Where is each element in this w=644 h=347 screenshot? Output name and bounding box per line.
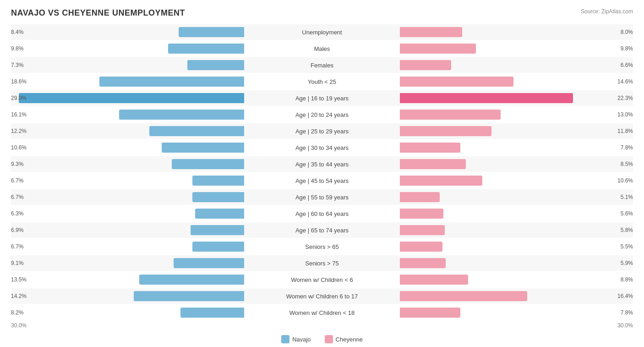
right-value-text: 13.0% [617,111,633,118]
left-value-text: 8.4% [11,29,23,35]
legend-navajo-label: Navajo [292,336,311,343]
chart-source: Source: ZipAtlas.com [581,8,633,15]
row-label: Seniors > 65 [244,243,400,250]
row-label: Seniors > 75 [244,260,400,267]
left-value-text: 29.0% [11,95,27,101]
row-label: Age | 20 to 24 years [244,111,400,118]
right-value-text: 8.8% [621,276,633,283]
bar-row: 16.1%Age | 20 to 24 years13.0% [11,107,633,122]
left-value-text: 13.5% [11,276,27,283]
left-value-text: 8.2% [11,309,23,316]
left-value-text: 6.7% [11,243,23,250]
right-value-text: 11.8% [617,128,633,134]
right-value-text: 5.8% [621,227,633,233]
navajo-swatch [281,335,289,343]
chart-container: NAVAJO VS CHEYENNE UNEMPLOYMENT Source: … [0,0,644,347]
bars-area: 8.4%Unemployment8.0%9.8%Males9.8%7.3%Fem… [11,24,633,320]
chart-title: NAVAJO VS CHEYENNE UNEMPLOYMENT [11,8,185,18]
bar-row: 13.5%Women w/ Children < 68.8% [11,272,633,287]
row-label: Age | 45 to 54 years [244,177,400,184]
bar-row: 14.2%Women w/ Children 6 to 1716.4% [11,288,633,304]
row-label: Females [244,62,400,69]
bar-row: 9.1%Seniors > 755.9% [11,255,633,271]
left-value-text: 6.7% [11,194,23,200]
row-label: Unemployment [244,29,400,36]
bar-row: 7.3%Females6.6% [11,57,633,73]
left-value-text: 9.8% [11,45,23,52]
bar-row: 6.7%Age | 55 to 59 years5.1% [11,189,633,205]
right-value-text: 16.4% [617,293,633,299]
right-value-text: 5.6% [621,210,633,217]
bar-row: 8.4%Unemployment8.0% [11,24,633,40]
right-value-text: 6.6% [621,62,633,68]
bar-row: 6.7%Seniors > 655.5% [11,239,633,254]
bar-row: 6.3%Age | 60 to 64 years5.6% [11,206,633,221]
bar-row: 8.2%Women w/ Children < 187.8% [11,305,633,320]
row-label: Women w/ Children < 6 [244,276,400,283]
row-label: Age | 65 to 74 years [244,227,400,234]
legend-cheyenne: Cheyenne [325,335,363,343]
chart-header: NAVAJO VS CHEYENNE UNEMPLOYMENT Source: … [11,8,633,18]
right-value-text: 8.5% [621,161,633,167]
right-value-text: 7.8% [621,309,633,316]
axis-row: 30.0% 30.0% [11,322,633,329]
right-value-text: 5.1% [621,194,633,200]
left-value-text: 7.3% [11,62,23,68]
row-label: Age | 35 to 44 years [244,161,400,168]
left-value-text: 18.6% [11,78,27,85]
right-value-text: 5.5% [621,243,633,250]
right-value-text: 7.8% [621,144,633,151]
bar-row: 9.3%Age | 35 to 44 years8.5% [11,156,633,172]
row-label: Age | 60 to 64 years [244,210,400,217]
right-value-text: 9.8% [621,45,633,52]
left-value-text: 9.3% [11,161,23,167]
row-label: Women w/ Children < 18 [244,309,400,316]
row-label: Age | 30 to 34 years [244,144,400,151]
axis-right: 30.0% [617,322,633,329]
left-value-text: 6.3% [11,210,23,217]
left-value-text: 14.2% [11,293,27,299]
row-label: Age | 16 to 19 years [244,95,400,102]
row-label: Women w/ Children 6 to 17 [244,293,400,300]
bar-row: 6.7%Age | 45 to 54 years10.6% [11,173,633,188]
bar-row: 9.8%Males9.8% [11,41,633,56]
left-value-text: 6.7% [11,177,23,184]
legend-navajo: Navajo [281,335,311,343]
right-value-text: 22.3% [617,95,633,101]
cheyenne-swatch [325,335,333,343]
left-value-text: 12.2% [11,128,27,134]
row-label: Age | 25 to 29 years [244,128,400,135]
bar-row: 29.0%Age | 16 to 19 years22.3% [11,90,633,106]
bar-row: 12.2%Age | 25 to 29 years11.8% [11,123,633,139]
axis-left: 30.0% [11,322,27,329]
left-value-text: 16.1% [11,111,27,118]
bar-row: 18.6%Youth < 2514.6% [11,74,633,89]
legend: Navajo Cheyenne [11,335,633,343]
row-label: Males [244,45,400,52]
legend-cheyenne-label: Cheyenne [336,336,363,343]
right-value-text: 10.6% [617,177,633,184]
bar-row: 10.6%Age | 30 to 34 years7.8% [11,140,633,155]
row-label: Youth < 25 [244,78,400,85]
right-value-text: 8.0% [621,29,633,35]
left-value-text: 6.9% [11,227,23,233]
right-value-text: 5.9% [621,260,633,266]
right-value-text: 14.6% [617,78,633,85]
bar-row: 6.9%Age | 65 to 74 years5.8% [11,222,633,238]
left-value-text: 9.1% [11,260,23,266]
row-label: Age | 55 to 59 years [244,194,400,201]
left-value-text: 10.6% [11,144,27,151]
